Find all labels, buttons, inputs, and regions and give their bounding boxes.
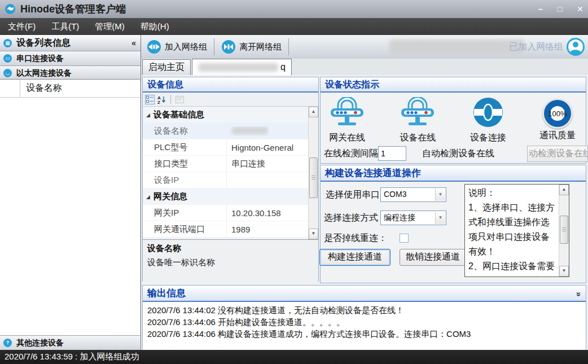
- method-select-combo[interactable]: 编程连接 ▼: [380, 210, 446, 225]
- property-row-device-name[interactable]: 设备名称: [143, 123, 309, 139]
- note-scrollbar[interactable]: ▲ ▼: [559, 185, 569, 277]
- sidebar-group-other[interactable]: ? 其他连接设备: [0, 335, 140, 350]
- channel-panel-header: 构建设备连接通道操作: [321, 165, 586, 182]
- ethernet-group-label: 以太网连接设备: [16, 68, 72, 78]
- destroy-channel-button[interactable]: 散销连接通道: [400, 249, 466, 266]
- sidebar-group-serial[interactable]: ▭ 串口连接设备: [0, 51, 141, 66]
- property-name: 网关IP: [143, 205, 227, 221]
- scrollbar-thumb[interactable]: [309, 157, 318, 198]
- category-expander-icon[interactable]: [146, 195, 150, 199]
- output-log[interactable]: 2020/7/6 13:44:02 没有构建连接通道，无法自动检测设备是否在线！…: [143, 302, 586, 353]
- reconnect-label: 是否掉线重连：: [324, 233, 387, 244]
- app-logo-icon: [5, 3, 16, 15]
- comm-quality-icon: 100%: [542, 98, 573, 129]
- channel-panel: 构建设备连接通道操作 选择使用串口 COM3 ▼ 选择连接方式 编程连接 ▼ 是…: [320, 165, 586, 283]
- property-value[interactable]: 10.20.30.158: [227, 208, 281, 218]
- online-check-row: 在线检测间隔(秒 自动检测设备在线 动检测设备在线: [321, 145, 586, 162]
- scroll-down-icon[interactable]: ▼: [559, 266, 569, 277]
- property-category-row[interactable]: 设备基础信息: [143, 107, 309, 123]
- category-label: 网关信息: [153, 191, 187, 202]
- dropdown-arrow-icon[interactable]: ▼: [435, 212, 445, 224]
- property-row-gateway-port[interactable]: 网关通讯端口 1989: [143, 221, 309, 238]
- indicator-device-connect: 设备连接: [470, 97, 506, 144]
- maximize-button[interactable]: □: [558, 5, 562, 14]
- device-list-icon: ▦: [3, 39, 12, 47]
- device-name-column-header[interactable]: 设备名称: [20, 82, 62, 94]
- property-row-gateway-ip[interactable]: 网关IP 10.20.30.158: [143, 205, 309, 221]
- dropdown-arrow-icon[interactable]: ▼: [435, 188, 445, 201]
- minimize-button[interactable]: –: [538, 5, 543, 14]
- join-network-icon: [147, 40, 161, 54]
- property-category-row[interactable]: 网关信息: [143, 188, 309, 205]
- indicator-label: 设备在线: [399, 132, 436, 144]
- method-select-value: 编程连接: [384, 213, 415, 222]
- note-item-2: 2、网口连接设备需要构建连接通道后才能看: [468, 259, 558, 277]
- close-button[interactable]: ✕: [577, 5, 583, 14]
- property-name: 设备名称: [143, 123, 227, 139]
- scroll-up-icon[interactable]: ▲: [309, 107, 318, 117]
- comm-quality-value: 100%: [542, 98, 573, 129]
- build-channel-button[interactable]: 构建连接通道: [319, 249, 390, 266]
- device-connect-icon: [472, 97, 504, 129]
- note-box: 说明： 1、选择串口、连接方式和掉线重连操作选项只对串口连接设备有效！ 2、网口…: [464, 184, 569, 277]
- main-toolbar: 加入网络组 离开网络组 已加入网络组: [141, 35, 588, 59]
- indicator-label: 网关在线: [328, 132, 366, 144]
- menu-file[interactable]: 文件(F): [0, 18, 43, 35]
- indicator-label: 通讯质量: [539, 130, 576, 142]
- selected-property-title: 设备名称: [147, 243, 314, 254]
- svg-text:Z: Z: [157, 100, 160, 104]
- device-online-icon: [399, 97, 436, 129]
- property-row-plc-model[interactable]: PLC型号 Hignton-General: [143, 139, 309, 156]
- log-line: 2020/7/6 13:44:02 没有构建连接通道，无法自动检测设备是否在线！: [147, 304, 581, 316]
- tab-device[interactable]: q: [192, 59, 292, 75]
- property-grid-toolbar: A Z: [143, 93, 318, 107]
- tab-strip: 启动主页 q: [141, 59, 588, 75]
- property-name: 接口类型: [143, 156, 227, 172]
- ethernet-device-icon: ◡: [3, 69, 12, 77]
- property-pages-icon: [175, 95, 185, 104]
- app-window: Hinode设备管理客户端 – □ ✕ 文件(F) 工具(T) 管理(M) 帮助…: [0, 0, 588, 364]
- auto-detect-button[interactable]: 动检测设备在线: [527, 146, 588, 162]
- property-row-device-ip[interactable]: 设备IP: [143, 172, 309, 188]
- join-network-button[interactable]: 加入网络组: [141, 37, 213, 57]
- menu-tools[interactable]: 工具(T): [43, 18, 87, 35]
- property-value[interactable]: 1989: [227, 225, 250, 234]
- sidebar-collapse-icon[interactable]: «: [131, 38, 136, 47]
- menu-manage[interactable]: 管理(M): [87, 18, 133, 35]
- menu-help[interactable]: 帮助(H): [133, 18, 177, 35]
- note-item-1: 1、选择串口、连接方式和掉线重连操作选项只对串口连接设备有效！: [468, 200, 558, 259]
- scrollbar-thumb[interactable]: [560, 216, 568, 244]
- scroll-down-icon[interactable]: ▼: [309, 229, 318, 239]
- property-value[interactable]: Hignton-General: [227, 143, 293, 152]
- sidebar-header[interactable]: ▦ 设备列表信息 «: [0, 35, 141, 51]
- serial-select-label: 选择使用串口: [326, 189, 380, 201]
- category-expander-icon[interactable]: [146, 113, 150, 117]
- menu-bar: 文件(F) 工具(T) 管理(M) 帮助(H): [0, 18, 588, 35]
- status-bar-text: 2020/7/6 13:43:59 : 加入网络组成功: [5, 352, 139, 362]
- row-selector-gutter: [0, 80, 20, 97]
- reconnect-checkbox[interactable]: [400, 234, 409, 243]
- property-grid-scrollbar[interactable]: ▲ ▼: [308, 107, 318, 239]
- collapse-panel-icon[interactable]: »: [571, 292, 586, 296]
- toolbar-separator: [214, 38, 214, 55]
- property-category-row[interactable]: 设备描述信息: [143, 238, 309, 239]
- status-bar: 2020/7/6 13:43:59 : 加入网络组成功: [0, 350, 588, 364]
- gateway-online-icon: [328, 97, 366, 129]
- user-avatar-icon[interactable]: [567, 38, 585, 56]
- property-row-interface-type[interactable]: 接口类型 串口连接: [143, 156, 309, 172]
- tab-home[interactable]: 启动主页: [142, 59, 191, 75]
- property-value[interactable]: [227, 126, 269, 136]
- property-name: 设备IP: [143, 172, 227, 188]
- property-value[interactable]: 串口连接: [227, 159, 265, 169]
- serial-select-combo[interactable]: COM3 ▼: [380, 187, 446, 202]
- indicator-gateway-online: 网关在线: [328, 97, 366, 144]
- note-title: 说明：: [468, 186, 558, 200]
- selected-property-description: 设备唯一标识名称: [147, 257, 314, 268]
- leave-network-button[interactable]: 离开网络组: [216, 37, 287, 57]
- scroll-up-icon[interactable]: ▲: [559, 185, 569, 195]
- interval-input[interactable]: [378, 146, 406, 161]
- device-info-header: 设备信息: [143, 77, 318, 93]
- categorized-view-icon[interactable]: [145, 95, 155, 104]
- sort-alphabetical-icon[interactable]: A Z: [157, 95, 166, 104]
- output-panel: 输出信息 » 2020/7/6 13:44:02 没有构建连接通道，无法自动检测…: [142, 285, 586, 349]
